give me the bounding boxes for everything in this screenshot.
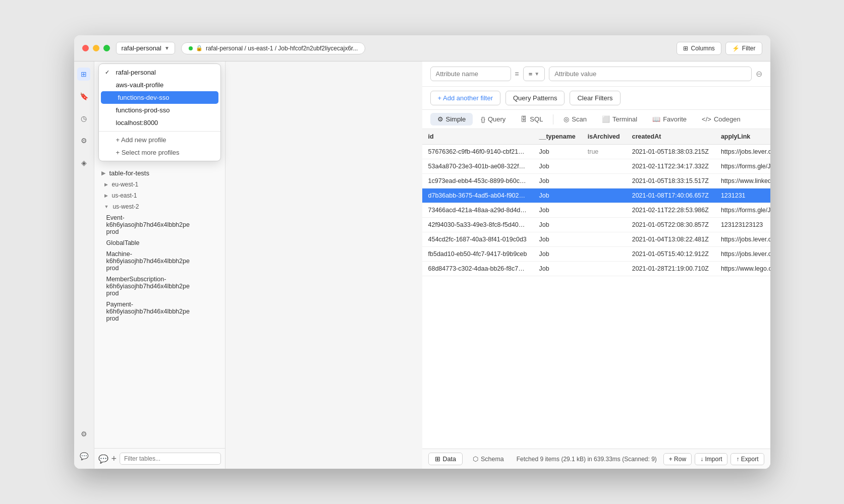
table-row[interactable]: 53a4a870-23e3-401b-ae08-322f62f Job 2021… (422, 159, 770, 174)
sidebar-item-us-east-1[interactable]: ▶ us-east-1 (94, 190, 225, 201)
sidebar-item-event-table[interactable]: Event-k6h6yiasojhb7hd46x4lbbh2peprod (94, 212, 225, 237)
attribute-name-input[interactable] (430, 67, 511, 81)
profile-option-functions-prod[interactable]: functions-prod-sso (99, 104, 220, 116)
terminal-icon: ⬜ (602, 115, 610, 123)
profile-option-label: functions-dev-sso (118, 94, 170, 101)
profile-selector[interactable]: rafal-personal ▼ (116, 42, 175, 54)
profile-option-rafal-personal[interactable]: ✓ rafal-personal (99, 66, 220, 79)
profile-option-functions-dev[interactable]: functions-dev-sso (101, 91, 218, 104)
sidebar-icon-chat[interactable]: 💬 (77, 450, 90, 463)
sidebar-icon-tables[interactable]: ⊞ (77, 68, 90, 81)
table-row[interactable]: 42f94030-5a33-49e3-8fc8-f5d400dd Job 202… (422, 218, 770, 232)
sidebar-icon-bookmarks[interactable]: 🔖 (77, 90, 90, 103)
export-button[interactable]: ↑ Export (730, 453, 764, 465)
tab-favorite[interactable]: 📖 Favorite (645, 113, 694, 125)
tab-simple[interactable]: ⚙ Simple (430, 113, 473, 125)
profile-option-localhost[interactable]: localhost:8000 (99, 116, 220, 129)
table-row[interactable]: 454cd2fc-1687-40a3-8f41-019c0d3 Job 2021… (422, 232, 770, 247)
query-patterns-button[interactable]: Query Patterns (505, 91, 565, 105)
cell-typename: Job (533, 232, 582, 247)
cell-applylink: https://www.lego.com/en-pl/aboutus (715, 262, 770, 276)
sidebar-item-eu-west-1[interactable]: ▶ eu-west-1 (94, 179, 225, 190)
cell-applylink: https://forms.gle/JkLnHg2wbAgZG7 (715, 159, 770, 174)
tab-sql[interactable]: 🗄 SQL (514, 113, 550, 125)
data-tab-label: Data (443, 456, 456, 463)
profile-option-label: aws-vault-profile (116, 81, 164, 89)
status-bar: ⊞ Data ⬡ Schema Fetched 9 items (29.1 kB… (422, 449, 770, 469)
collapse-icon: ▶ (104, 193, 108, 198)
sidebar-item-table-for-tests[interactable]: ▶ table-for-tests (94, 167, 225, 179)
tab-terminal[interactable]: ⬜ Terminal (595, 113, 644, 125)
traffic-lights (82, 45, 110, 51)
sidebar-wrapper: ⊞ 🔖 ◷ ⚙ ◈ ⚙ 💬 ✓ rafal-personal (74, 61, 422, 469)
remove-filter-button[interactable]: ⊖ (756, 69, 762, 79)
sidebar-item-machine-table[interactable]: Machine-k6h6yiasojhb7hd46x4lbbh2peprod (94, 248, 225, 274)
sidebar-bottom: 💬 + (94, 448, 225, 469)
sidebar-item-us-west-2[interactable]: ▼ us-west-2 (94, 201, 225, 212)
select-more-profiles-option[interactable]: + Select more profiles (99, 146, 220, 159)
tab-data[interactable]: ⊞ Data (428, 453, 463, 465)
cell-applylink: https://jobs.lever.co/stedi/4e5db18a- (715, 232, 770, 247)
schema-tab-label: Schema (481, 456, 504, 463)
cell-isarchived (582, 203, 626, 218)
sidebar-item-member-table[interactable]: MemberSubscription-k6h6yiasojhb7hd46x4lb… (94, 274, 225, 299)
table-row[interactable]: d7b36abb-3675-4ad5-ab04-f9027ae Job 2021… (422, 188, 770, 203)
profile-dropdown: ✓ rafal-personal aws-vault-profile funct… (98, 64, 221, 161)
cell-applylink: https://forms.gle/JkLnHg2wbAgZG7 (715, 203, 770, 218)
table-row[interactable]: 1c973ead-ebb4-453c-8899-b60cbc7 Job 2021… (422, 174, 770, 188)
table-row[interactable]: 68d84773-c302-4daa-bb26-f8c734d Job 2021… (422, 262, 770, 276)
operator-value: = (529, 70, 533, 78)
tab-schema[interactable]: ⬡ Schema (467, 453, 510, 465)
cell-typename: Job (533, 218, 582, 232)
chat-icon[interactable]: 💬 (98, 454, 108, 464)
sidebar-icon-explorer[interactable]: ◈ (77, 156, 90, 169)
clear-filters-button[interactable]: Clear Filters (570, 91, 620, 105)
tab-query[interactable]: {} Query (474, 113, 513, 125)
columns-button[interactable]: ⊞ Columns (677, 42, 721, 55)
attribute-value-input[interactable] (549, 67, 751, 81)
sidebar-icon-history[interactable]: ◷ (77, 112, 90, 125)
data-icon: ⊞ (435, 455, 440, 463)
cell-createdat: 2021-01-05T15:40:12.912Z (626, 247, 715, 262)
tab-scan[interactable]: ◎ Scan (556, 113, 594, 125)
filter-button[interactable]: ⚡ Filter (725, 42, 762, 55)
import-button[interactable]: ↓ Import (695, 453, 727, 465)
table-row[interactable]: 57676362-c9fb-46f0-9140-cbf21958 Job tru… (422, 145, 770, 159)
table-row[interactable]: fb5dad10-eb50-4fc7-9417-b9b9ceb Job 2021… (422, 247, 770, 262)
codegen-icon: </> (702, 115, 711, 123)
col-header-applylink: applyLink (715, 129, 770, 145)
sidebar-nav: ▶ table-for-tests ▶ eu-west-1 ▶ us-east-… (94, 163, 225, 448)
add-row-button[interactable]: + Row (663, 453, 692, 465)
sql-icon: 🗄 (521, 115, 527, 123)
sidebar-item-payment-table[interactable]: Payment-k6h6yiasojhb7hd46x4lbbh2peprod (94, 299, 225, 324)
cell-id: fb5dad10-eb50-4fc7-9417-b9b9ceb (422, 247, 533, 262)
add-filter-button[interactable]: + Add another filter (430, 91, 501, 105)
add-new-profile-option[interactable]: + Add new profile (99, 134, 220, 146)
cell-id: 53a4a870-23e3-401b-ae08-322f62f (422, 159, 533, 174)
cell-id: 42f94030-5a33-49e3-8fc8-f5d400dd (422, 218, 533, 232)
region-name: us-west-2 (112, 203, 139, 210)
cell-typename: Job (533, 174, 582, 188)
operator-dropdown[interactable]: = ▼ (523, 67, 545, 81)
schema-icon: ⬡ (473, 455, 478, 463)
sidebar-icon-tools[interactable]: ⚙ (77, 134, 90, 147)
table-name: Event-k6h6yiasojhb7hd46x4lbbh2peprod (106, 214, 190, 235)
profile-option-aws-vault[interactable]: aws-vault-profile (99, 79, 220, 91)
filter-tables-input[interactable] (120, 453, 220, 465)
toolbar: ⚙ Simple {} Query 🗄 SQL ◎ Scan ⬜ (422, 110, 770, 129)
sidebar-icon-settings[interactable]: ⚙ (77, 427, 90, 440)
cell-typename: Job (533, 247, 582, 262)
cell-id: 1c973ead-ebb4-453c-8899-b60cbc7 (422, 174, 533, 188)
table-row[interactable]: 73466acd-421a-48aa-a29d-8d4db8 Job 2021-… (422, 203, 770, 218)
maximize-button[interactable] (103, 45, 110, 51)
sidebar-item-global-table[interactable]: GlobalTable (94, 237, 225, 248)
cell-createdat: 2021-01-05T18:38:03.215Z (626, 145, 715, 159)
content-area: = = ▼ ⊖ + Add another filter Query Patte… (422, 61, 770, 469)
tab-codegen[interactable]: </> Codegen (695, 113, 748, 125)
cell-createdat: 2021-01-04T13:08:22.481Z (626, 232, 715, 247)
add-table-button[interactable]: + (111, 454, 117, 464)
close-button[interactable] (82, 45, 89, 51)
breadcrumb[interactable]: 🔒 rafal-personal / us-east-1 / Job-hfcof… (181, 42, 366, 54)
cell-createdat: 2021-01-28T21:19:00.710Z (626, 262, 715, 276)
minimize-button[interactable] (93, 45, 99, 51)
